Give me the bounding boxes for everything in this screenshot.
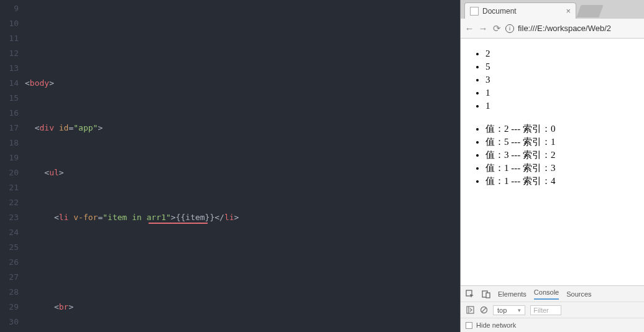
code-line[interactable] <box>25 31 460 46</box>
line-number: 25 <box>0 240 19 255</box>
output-list-2: 值：2 --- 索引：0 值：5 --- 索引：1 值：3 --- 索引：2 值… <box>468 122 637 188</box>
devtools-tabs: Elements Console Sources <box>461 286 644 302</box>
line-number: 16 <box>0 106 19 121</box>
list-item: 值：1 --- 索引：4 <box>485 175 637 188</box>
code-line[interactable]: <br> <box>25 300 460 315</box>
svg-rect-3 <box>467 307 474 313</box>
line-number: 21 <box>0 180 19 195</box>
svg-rect-2 <box>486 293 490 298</box>
line-number: 29 <box>0 300 19 315</box>
list-item: 2 <box>485 47 637 60</box>
line-number: 22 <box>0 195 19 210</box>
line-number: 20 <box>0 165 19 180</box>
rendered-page: 2 5 3 1 1 值：2 --- 索引：0 值：5 --- 索引：1 值：3 … <box>461 39 644 285</box>
code-line[interactable]: <body> <box>25 76 460 91</box>
line-number: 11 <box>0 31 19 46</box>
devtools-filter-bar: top▾ Filter <box>461 302 644 318</box>
browser-tabbar: Document × <box>461 0 644 19</box>
inspect-icon[interactable] <box>466 290 474 298</box>
devtools-options: Hide network <box>461 318 644 332</box>
line-number: 13 <box>0 61 19 76</box>
line-number: 9 <box>0 1 19 16</box>
tab-title: Document <box>482 7 517 16</box>
line-number: 26 <box>0 255 19 270</box>
output-list-1: 2 5 3 1 1 <box>468 47 637 113</box>
lint-underline <box>149 223 208 224</box>
line-number: 23 <box>0 210 19 225</box>
code-line[interactable]: <div id="app"> <box>25 121 460 136</box>
svg-line-6 <box>482 308 486 312</box>
line-number: 15 <box>0 91 19 106</box>
list-item: 1 <box>485 99 637 113</box>
line-number: 17 <box>0 121 19 136</box>
tab-close-button[interactable]: × <box>566 6 571 16</box>
favicon-icon <box>470 7 479 16</box>
list-item: 值：2 --- 索引：0 <box>485 122 637 136</box>
devtools-tab-sources[interactable]: Sources <box>566 290 591 298</box>
line-number: 30 <box>0 315 19 330</box>
reload-button[interactable]: ⟳ <box>492 23 502 34</box>
browser-window: Document × ← → ⟳ i file:///E:/workspace/… <box>460 0 644 332</box>
forward-button[interactable]: → <box>478 23 488 34</box>
list-item: 值：5 --- 索引：1 <box>485 136 637 149</box>
context-select[interactable]: top▾ <box>493 305 525 315</box>
browser-tab[interactable]: Document × <box>464 2 576 19</box>
list-item: 1 <box>485 86 637 99</box>
code-line[interactable]: <ul> <box>25 165 460 180</box>
hide-network-checkbox[interactable] <box>466 322 472 329</box>
line-number: 28 <box>0 285 19 300</box>
list-item: 3 <box>485 73 637 86</box>
line-number: 12 <box>0 46 19 61</box>
devtools-panel: Elements Console Sources top▾ Filter Hid… <box>461 285 644 332</box>
list-item: 值：3 --- 索引：2 <box>485 149 637 162</box>
console-sidebar-icon[interactable] <box>466 306 474 315</box>
device-toggle-icon[interactable] <box>482 290 490 298</box>
devtools-tab-console[interactable]: Console <box>534 288 559 300</box>
line-number: 24 <box>0 225 19 240</box>
clear-console-icon[interactable] <box>479 306 488 315</box>
line-number-gutter: 9 10 11 12 13 14 15 16 17 18 19 20 21 22… <box>0 0 25 332</box>
url-text[interactable]: file:///E:/workspace/Web/2 <box>518 24 640 33</box>
browser-address-bar: ← → ⟳ i file:///E:/workspace/Web/2 <box>461 19 644 39</box>
line-number: 19 <box>0 150 19 165</box>
site-info-icon[interactable]: i <box>505 24 514 33</box>
line-number: 10 <box>0 16 19 31</box>
new-tab-button[interactable] <box>576 5 603 17</box>
line-number: 27 <box>0 270 19 285</box>
back-button[interactable]: ← <box>464 23 474 34</box>
list-item: 5 <box>485 60 637 73</box>
code-editor[interactable]: 9 10 11 12 13 14 15 16 17 18 19 20 21 22… <box>0 0 460 332</box>
filter-input[interactable]: Filter <box>530 305 561 315</box>
devtools-tab-elements[interactable]: Elements <box>498 290 527 298</box>
hide-network-label: Hide network <box>476 321 516 329</box>
code-area[interactable]: <body> <div id="app"> <ul> <li v-for="it… <box>25 0 460 332</box>
list-item: 值：1 --- 索引：3 <box>485 162 637 175</box>
line-number: 18 <box>0 136 19 150</box>
line-number: 14 <box>0 76 19 91</box>
code-line[interactable] <box>25 255 460 270</box>
code-line[interactable]: <li v-for="item in arr1">{{item}}</li> <box>25 210 460 225</box>
